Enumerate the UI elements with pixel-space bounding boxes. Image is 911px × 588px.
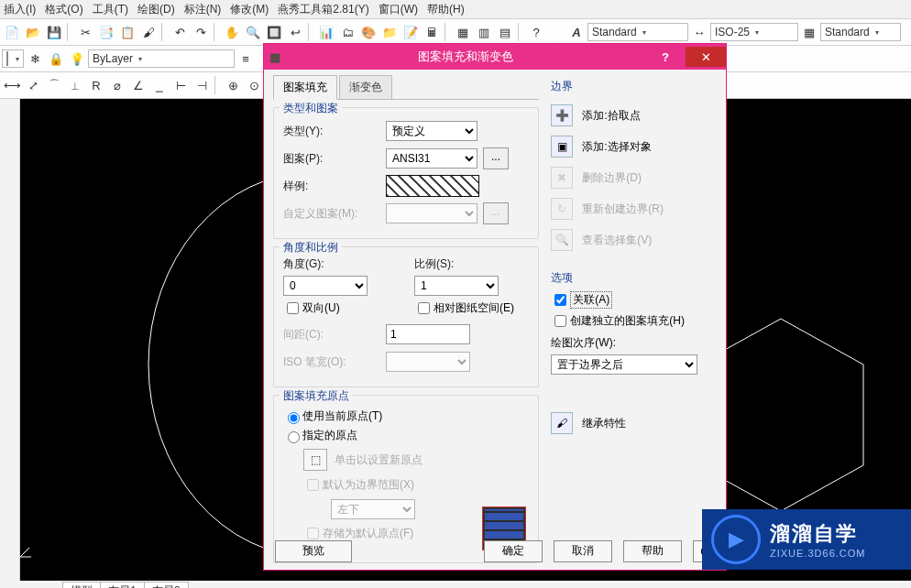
dialog-title: 图案填充和渐变色 <box>286 49 645 65</box>
label-current-origin: 使用当前原点(T) <box>302 408 382 424</box>
layermgr-icon[interactable]: ❄ <box>25 49 45 69</box>
menu-dim[interactable]: 标注(N) <box>184 2 222 17</box>
input-spacing[interactable] <box>386 324 470 344</box>
menu-tools[interactable]: 工具(T) <box>93 2 128 17</box>
group-type-pattern: 类型和图案 类型(Y): 预定义 图案(P): ANSI31 ... 样例: 自… <box>273 107 539 239</box>
tablestyle-icon[interactable]: ▦ <box>799 22 819 42</box>
select-obj-icon[interactable]: ▣ <box>551 136 573 158</box>
select-draworder[interactable]: 置于边界之后 <box>551 354 697 375</box>
label-isopen: ISO 笔宽(O): <box>283 354 386 370</box>
prop-icon[interactable]: 📊 <box>316 22 336 42</box>
left-toolbar <box>0 99 20 588</box>
swatch-preview[interactable] <box>386 175 479 197</box>
select-angle[interactable]: 0 <box>283 276 368 296</box>
paste-icon[interactable]: 📋 <box>117 22 137 42</box>
menu-yanxiu[interactable]: 燕秀工具箱2.81(Y) <box>278 2 368 17</box>
pan-icon[interactable]: ✋ <box>222 22 242 42</box>
inherit-icon[interactable]: 🖌 <box>551 412 573 434</box>
menu-format[interactable]: 格式(O) <box>45 2 82 17</box>
viewsel-icon: 🔍 <box>551 229 573 251</box>
dimang-icon[interactable]: ∠ <box>128 75 148 95</box>
menu-insert[interactable]: 插入(I) <box>4 2 36 17</box>
add-pickpoint[interactable]: 添加:拾取点 <box>582 108 640 124</box>
dcenter-icon[interactable]: 🗂 <box>337 22 357 42</box>
table-icon[interactable]: ▥ <box>474 22 494 42</box>
dimradius-icon[interactable]: R <box>86 75 106 95</box>
dimbase-icon[interactable]: ⊢ <box>170 75 191 95</box>
preview-button[interactable]: 预览 <box>275 540 352 562</box>
dimaligned-icon[interactable]: ⤢ <box>23 75 43 95</box>
tab-model[interactable]: 模型 <box>62 582 101 588</box>
recreate-boundary: 重新创建边界(R) <box>582 201 664 217</box>
tpalette-icon[interactable]: 🎨 <box>358 22 379 42</box>
new-icon[interactable]: 📄 <box>2 22 22 42</box>
textstyle-combo[interactable]: Standard▾ <box>587 23 688 41</box>
radio-specified-origin[interactable] <box>288 431 300 443</box>
calc-icon[interactable]: 🖩 <box>422 22 442 42</box>
ok-button[interactable]: 确定 <box>484 540 543 562</box>
undo-icon[interactable]: ↶ <box>170 22 190 42</box>
sheetset-icon[interactable]: 📁 <box>379 22 400 42</box>
dimlinear-icon[interactable]: ⟷ <box>2 75 22 95</box>
chk-relpaper[interactable] <box>418 302 430 314</box>
open-icon[interactable]: 📂 <box>23 22 43 42</box>
textstyle-icon[interactable]: A <box>566 22 587 42</box>
cancel-button[interactable]: 取消 <box>554 540 612 562</box>
matchprop-icon[interactable]: 🖌 <box>138 22 159 42</box>
tab-layout2[interactable]: 布局2 <box>144 582 189 588</box>
chk-twoway[interactable] <box>287 302 299 314</box>
dimquick-icon[interactable]: ⎯ <box>149 75 170 95</box>
dimord-icon[interactable]: ⟂ <box>65 75 85 95</box>
layout-tabs: ◀◀ ◀ ▶ ▶▶ 模型 布局1 布局2 <box>0 581 911 588</box>
layeroff-icon[interactable]: 💡 <box>67 49 87 69</box>
menu-window[interactable]: 窗口(W) <box>379 2 418 17</box>
tablestyle-combo[interactable]: Standard▾ <box>820 23 901 41</box>
cut-icon[interactable]: ✂ <box>75 22 95 42</box>
radio-current-origin[interactable] <box>288 412 300 424</box>
inherit-props[interactable]: 继承特性 <box>582 416 626 431</box>
svg-line-2 <box>20 548 29 557</box>
zoom-icon[interactable]: 🔍 <box>243 22 263 42</box>
dialog-titlebar[interactable]: ▦ 图案填充和渐变色 ? ✕ <box>264 44 726 70</box>
dimarc-icon[interactable]: ⌒ <box>44 75 64 95</box>
dimcont-icon[interactable]: ⊣ <box>192 75 212 95</box>
zoomwin-icon[interactable]: 🔲 <box>264 22 284 42</box>
hatch-icon[interactable]: ▦ <box>453 22 473 42</box>
select-pattern[interactable]: ANSI31 <box>386 148 477 169</box>
linetype-combo[interactable]: ByLayer▾ <box>88 49 235 68</box>
tab-hatch[interactable]: 图案填充 <box>273 75 337 100</box>
label-relpaper: 相对图纸空间(E) <box>434 300 514 316</box>
save-icon[interactable]: 💾 <box>44 22 64 42</box>
select-origin-pos: 左下 <box>331 499 415 519</box>
dimstyle-combo[interactable]: ISO-25▾ <box>710 23 798 41</box>
lineweight-icon[interactable]: ≡ <box>236 49 256 69</box>
help-icon[interactable]: ? <box>526 22 546 42</box>
tab-gradient[interactable]: 渐变色 <box>339 75 392 100</box>
dimdia-icon[interactable]: ⌀ <box>107 75 127 95</box>
menu-help[interactable]: 帮助(H) <box>427 2 465 17</box>
grid-icon[interactable]: ▤ <box>495 22 515 42</box>
pick-origin-button[interactable]: ⬚ <box>303 449 327 471</box>
chk-independent[interactable] <box>554 315 566 327</box>
pick-point-icon[interactable]: ➕ <box>551 104 573 126</box>
layeriso-icon[interactable]: 🔒 <box>46 49 66 69</box>
chk-related[interactable] <box>554 294 566 306</box>
centermark-icon[interactable]: ⊙ <box>244 75 264 95</box>
menu-draw[interactable]: 绘图(D) <box>137 2 175 17</box>
dialog-close-icon[interactable]: ✕ <box>686 47 726 67</box>
help-button[interactable]: 帮助 <box>623 540 682 562</box>
add-select[interactable]: 添加:选择对象 <box>582 139 651 155</box>
menu-modify[interactable]: 修改(M) <box>230 2 269 17</box>
select-scale[interactable]: 1 <box>414 276 499 296</box>
layer-color[interactable]: ▾ <box>2 49 24 68</box>
tab-layout1[interactable]: 布局1 <box>100 582 145 588</box>
pattern-browse-button[interactable]: ... <box>483 147 509 169</box>
redo-icon[interactable]: ↷ <box>191 22 211 42</box>
select-type[interactable]: 预定义 <box>386 121 477 141</box>
copy-icon[interactable]: 📑 <box>96 22 116 42</box>
zoomprev-icon[interactable]: ↩ <box>285 22 305 42</box>
dimstyle-icon[interactable]: ↔ <box>689 22 709 42</box>
markup-icon[interactable]: 📝 <box>401 22 421 42</box>
tolerance-icon[interactable]: ⊕ <box>223 75 243 95</box>
dialog-help-icon[interactable]: ? <box>645 47 686 67</box>
